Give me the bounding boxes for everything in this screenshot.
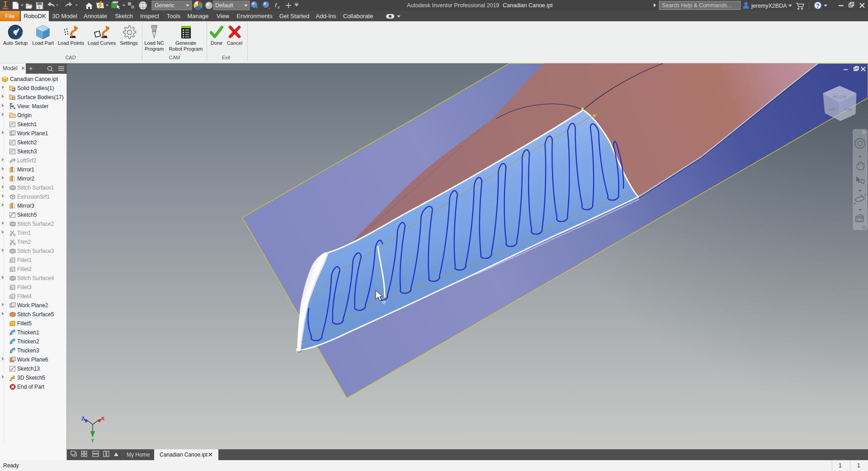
svg-text:jeremyX2BDA: jeremyX2BDA bbox=[751, 3, 787, 9]
svg-text:Canadian Canoe.ipt: Canadian Canoe.ipt bbox=[160, 452, 208, 458]
svg-text:f: f bbox=[275, 2, 277, 9]
svg-text:x: x bbox=[277, 5, 280, 10]
svg-text:PRO: PRO bbox=[2, 7, 8, 10]
svg-text:Z: Z bbox=[81, 416, 85, 421]
svg-text:LEFT: LEFT bbox=[829, 108, 836, 111]
svg-text:My Home: My Home bbox=[127, 452, 150, 458]
svg-text:BACK: BACK bbox=[843, 108, 851, 111]
svg-text:+: + bbox=[29, 65, 33, 72]
svg-text:?: ? bbox=[816, 3, 819, 9]
svg-text:Y: Y bbox=[91, 438, 94, 443]
svg-text:Canadian Canoe.ipt: Canadian Canoe.ipt bbox=[503, 2, 553, 9]
svg-text:X: X bbox=[101, 416, 105, 421]
svg-text:BOTTOM: BOTTOM bbox=[833, 95, 846, 98]
svg-text:Search Help & Commands...: Search Help & Commands... bbox=[662, 2, 731, 9]
svg-text:Autodesk Inventor Professional: Autodesk Inventor Professional 2019 bbox=[407, 2, 499, 9]
svg-text:Default: Default bbox=[215, 2, 233, 9]
svg-text:Generic: Generic bbox=[155, 2, 175, 9]
